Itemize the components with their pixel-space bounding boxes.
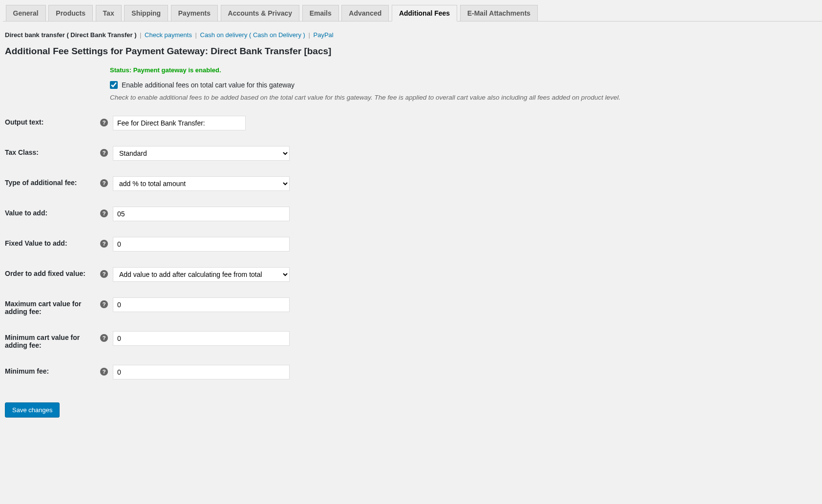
tax-class-select[interactable]: Standard <box>113 146 290 161</box>
fee-type-select[interactable]: add % to total amount <box>113 176 290 191</box>
help-icon[interactable]: ? <box>100 334 108 342</box>
tab-payments[interactable]: Payments <box>171 5 218 21</box>
help-icon[interactable]: ? <box>100 179 108 187</box>
save-button[interactable]: Save changes <box>5 402 60 418</box>
tab-accounts-privacy[interactable]: Accounts & Privacy <box>221 5 300 21</box>
tab-advanced[interactable]: Advanced <box>341 5 389 21</box>
tab-shipping[interactable]: Shipping <box>124 5 168 21</box>
min-cart-label: Minimum cart value for adding fee: <box>5 331 100 349</box>
subnav-check-payments[interactable]: Check payments <box>145 31 192 39</box>
enable-fees-checkbox[interactable] <box>110 81 118 89</box>
description-text: Check to enable additional fees to be ad… <box>110 94 817 101</box>
help-icon[interactable]: ? <box>100 368 108 376</box>
fixed-value-input[interactable] <box>113 237 290 252</box>
subnav-active: Direct bank transfer ( Direct Bank Trans… <box>5 31 136 39</box>
tab-general[interactable]: General <box>6 5 46 21</box>
help-icon[interactable]: ? <box>100 149 108 157</box>
max-cart-input[interactable] <box>113 297 290 312</box>
min-fee-input[interactable] <box>113 365 290 379</box>
min-cart-input[interactable] <box>113 331 290 346</box>
order-fixed-select[interactable]: Add value to add after calculating fee f… <box>113 267 290 282</box>
tabs-navigation: General Products Tax Shipping Payments A… <box>3 0 822 21</box>
help-icon[interactable]: ? <box>100 119 108 126</box>
help-icon[interactable]: ? <box>100 210 108 217</box>
output-text-input[interactable] <box>113 116 246 130</box>
value-add-label: Value to add: <box>5 207 100 217</box>
tab-tax[interactable]: Tax <box>96 5 122 21</box>
help-icon[interactable]: ? <box>100 300 108 308</box>
order-fixed-label: Order to add fixed value: <box>5 267 100 277</box>
tab-products[interactable]: Products <box>48 5 93 21</box>
min-fee-label: Minimum fee: <box>5 365 100 375</box>
max-cart-label: Maximum cart value for adding fee: <box>5 297 100 315</box>
enable-fees-label: Enable additional fees on total cart val… <box>122 81 295 89</box>
tab-emails[interactable]: Emails <box>302 5 339 21</box>
subnav-paypal[interactable]: PayPal <box>314 31 334 39</box>
status-text: Status: Payment gateway is enabled. <box>110 66 817 74</box>
tax-class-label: Tax Class: <box>5 146 100 156</box>
fixed-value-label: Fixed Value to add: <box>5 237 100 247</box>
help-icon[interactable]: ? <box>100 270 108 278</box>
tab-email-attachments[interactable]: E-Mail Attachments <box>460 5 538 21</box>
page-title: Additional Fee Settings for Payment Gate… <box>5 46 817 57</box>
output-text-label: Output text: <box>5 116 100 126</box>
help-icon[interactable]: ? <box>100 240 108 248</box>
gateway-subnav: Direct bank transfer ( Direct Bank Trans… <box>5 31 817 39</box>
value-add-input[interactable] <box>113 207 290 221</box>
tab-additional-fees[interactable]: Additional Fees <box>392 5 457 21</box>
fee-type-label: Type of additional fee: <box>5 176 100 187</box>
subnav-cod[interactable]: Cash on delivery ( Cash on Delivery ) <box>200 31 305 39</box>
